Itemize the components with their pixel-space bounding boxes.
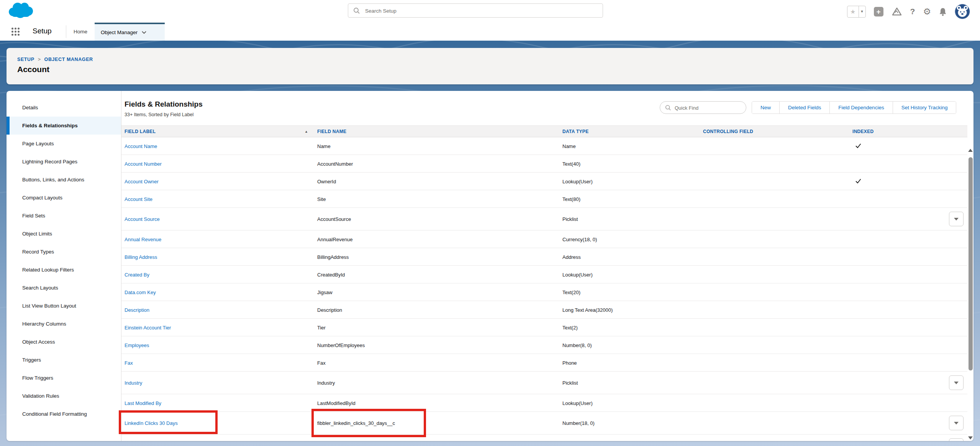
indexed-check-icon (854, 142, 862, 150)
sidebar-item-record-types[interactable]: Record Types (7, 243, 121, 261)
sidebar-item-object-limits[interactable]: Object Limits (7, 225, 121, 243)
column-header-controlling-field[interactable]: CONTROLLING FIELD (703, 129, 753, 134)
favorites-dropdown-icon[interactable]: ▼ (859, 6, 866, 18)
field-name-text: Jigsaw (317, 289, 333, 295)
field-label-link[interactable]: Last Modified By (125, 400, 161, 406)
sidebar-item-fields-relationships[interactable]: Fields & Relationships (7, 117, 121, 135)
sidebar-item-triggers[interactable]: Triggers (7, 351, 121, 369)
data-type-text: Number(8, 0) (562, 342, 592, 348)
field-label-link[interactable]: Data.com Key (125, 289, 156, 295)
quick-find-input[interactable] (674, 102, 744, 114)
deleted-fields-button[interactable]: Deleted Fields (779, 102, 829, 114)
field-label-link[interactable]: Annual Revenue (125, 236, 161, 242)
sidebar-item-field-sets[interactable]: Field Sets (7, 207, 121, 225)
app-name: Setup (33, 27, 52, 35)
sidebar-item-page-layouts[interactable]: Page Layouts (7, 135, 121, 153)
field-label-link[interactable]: Industry (125, 380, 142, 386)
field-name-text: AccountSource (317, 216, 351, 222)
tab-object-manager[interactable]: Object Manager (95, 23, 165, 41)
panel-subtitle: 33+ Items, Sorted by Field Label (125, 112, 193, 117)
scrollbar-thumb[interactable] (969, 157, 973, 370)
row-actions-button[interactable] (949, 375, 964, 390)
field-label-link[interactable]: Account Site (125, 196, 152, 202)
guidance-center-icon[interactable] (892, 7, 902, 16)
data-type-text: Text(20) (562, 289, 580, 295)
breadcrumb-object-manager-link[interactable]: OBJECT MANAGER (44, 57, 93, 62)
scroll-down-icon[interactable] (968, 436, 973, 439)
salesforce-logo[interactable] (8, 1, 34, 20)
help-icon[interactable]: ? (910, 7, 915, 16)
row-actions-button[interactable] (949, 438, 964, 441)
data-type-text: Lookup(User) (562, 178, 593, 184)
data-type-text: Name (562, 143, 576, 149)
sidebar-item-hierarchy-columns[interactable]: Hierarchy Columns (7, 315, 121, 333)
table-row: Last Modified By LastModifiedById Lookup… (121, 394, 967, 412)
field-name-text: AccountNumber (317, 161, 353, 166)
field-name-text: Industry (317, 380, 335, 386)
field-name-text: Site (317, 196, 326, 202)
sidebar-item-buttons-links-and-actions[interactable]: Buttons, Links, and Actions (7, 171, 121, 189)
column-header-data-type[interactable]: DATA TYPE (562, 129, 588, 134)
sidebar-item-object-access[interactable]: Object Access (7, 333, 121, 351)
column-header-indexed[interactable]: INDEXED (852, 129, 873, 134)
sidebar-item-list-view-button-layout[interactable]: List View Button Layout (7, 297, 121, 315)
row-actions-button[interactable] (949, 416, 964, 430)
breadcrumb-setup-link[interactable]: SETUP (17, 57, 34, 62)
field-label-link[interactable]: Description (125, 307, 149, 313)
column-header-field-name[interactable]: FIELD NAME (317, 129, 346, 134)
field-name-text: AnnualRevenue (317, 236, 353, 242)
sort-ascending-icon: ▲ (305, 130, 308, 133)
notifications-bell-icon[interactable] (939, 7, 947, 16)
app-launcher-icon[interactable] (11, 28, 20, 36)
scroll-up-icon[interactable] (968, 149, 973, 152)
field-label-link[interactable]: Einstein Account Tier (125, 324, 171, 330)
field-label-link[interactable]: Account Owner (125, 178, 159, 184)
table-row: Fax Fax Phone (121, 354, 967, 372)
field-label-link[interactable]: Account Source (125, 216, 160, 222)
table-row-partial (121, 434, 967, 441)
row-actions-button[interactable] (949, 212, 964, 226)
table-row: Account Source AccountSource Picklist (121, 208, 967, 230)
page-title: Account (17, 65, 49, 74)
favorites-star-icon[interactable]: ★ (847, 6, 859, 18)
sidebar-item-compact-layouts[interactable]: Compact Layouts (7, 189, 121, 207)
new-button[interactable]: New (752, 102, 779, 114)
sidebar-item-flow-triggers[interactable]: Flow Triggers (7, 369, 121, 387)
sidebar-item-search-layouts[interactable]: Search Layouts (7, 279, 121, 297)
table-row: Account Number AccountNumber Text(40) (121, 155, 967, 173)
user-avatar[interactable] (955, 4, 970, 19)
setup-nav-bar: Setup Home Object Manager (0, 23, 980, 41)
search-icon (353, 7, 360, 14)
field-label-link[interactable]: Account Name (125, 143, 157, 149)
field-dependencies-button[interactable]: Field Dependencies (829, 102, 892, 114)
data-type-text: Text(2) (562, 324, 578, 330)
page-header-card: SETUP>OBJECT MANAGER Account (7, 48, 973, 84)
setup-gear-icon[interactable]: ⚙ (923, 7, 931, 16)
indexed-check-icon (854, 177, 862, 186)
column-header-field-label[interactable]: FIELD LABEL (125, 129, 156, 134)
sidebar-item-related-lookup-filters[interactable]: Related Lookup Filters (7, 261, 121, 279)
sidebar-item-lightning-record-pages[interactable]: Lightning Record Pages (7, 153, 121, 171)
sidebar-item-details[interactable]: Details (7, 99, 121, 117)
tab-home[interactable]: Home (68, 23, 93, 41)
field-label-link[interactable]: Employees (125, 342, 149, 348)
set-history-tracking-button[interactable]: Set History Tracking (893, 102, 956, 114)
quick-create-plus-icon[interactable]: + (874, 7, 883, 16)
selected-accent-bar (7, 117, 10, 135)
field-label-link[interactable]: LinkedIn Clicks 30 Days (125, 420, 178, 426)
panel-title: Fields & Relationships (125, 100, 203, 109)
field-label-link[interactable]: Fax (125, 360, 133, 365)
global-search-input[interactable] (364, 4, 596, 18)
sidebar-item-conditional-field-formatting[interactable]: Conditional Field Formatting (7, 405, 121, 423)
field-name-text: Fax (317, 360, 326, 365)
field-label-link[interactable]: Created By (125, 272, 149, 277)
field-name-text: NumberOfEmployees (317, 342, 365, 348)
favorites-group: ★ ▼ (847, 6, 866, 18)
data-type-text: Address (562, 254, 581, 260)
field-label-link[interactable]: Account Number (125, 161, 162, 166)
global-header: ★ ▼ + ? ⚙ (0, 0, 980, 23)
field-name-text: fibbler_linkedin_clicks_30_days__c (317, 420, 395, 426)
data-type-text: Lookup(User) (562, 272, 593, 277)
field-label-link[interactable]: Billing Address (125, 254, 157, 260)
sidebar-item-validation-rules[interactable]: Validation Rules (7, 387, 121, 405)
